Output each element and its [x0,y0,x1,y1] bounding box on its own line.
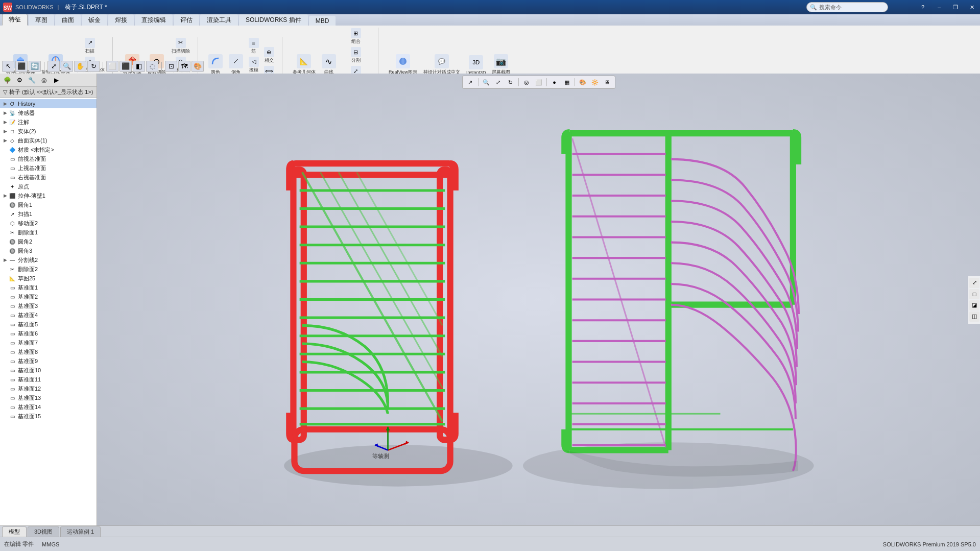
view3-btn[interactable]: ◫ [969,312,979,322]
tree-toggle-4[interactable]: ▶ [2,137,8,143]
rotate-btn[interactable]: ↻ [505,77,516,87]
tree-item-23[interactable]: ▭基准面4 [0,310,97,320]
tree-item-27[interactable]: ▭基准面8 [0,347,97,356]
select-mode-btn[interactable]: ◎ [521,77,532,87]
close-button[interactable]: ✕ [964,0,980,14]
tree-item-8[interactable]: ▭右视基准面 [0,173,97,182]
pan-tool[interactable]: ✋ [74,61,86,72]
feature-manager-icon[interactable]: 🌳 [2,75,12,85]
tree-item-17[interactable]: ▶—分割线2 [0,255,97,265]
combine-button[interactable]: ⊞组合 [340,28,372,45]
tree-item-19[interactable]: 📐草图25 [0,274,97,283]
tree-item-4[interactable]: ▶◇曲面实体(1) [0,136,97,145]
tree-item-32[interactable]: ▭基准面13 [0,393,97,402]
tab-surface[interactable]: 曲面 [55,14,81,26]
tree-item-33[interactable]: ▭基准面14 [0,402,97,412]
tab-render[interactable]: 渲染工具 [200,14,238,26]
tab-evaluate[interactable]: 评估 [174,14,199,26]
split-button[interactable]: ⊟分割 [340,46,372,64]
select-tool[interactable]: ⬛ [15,61,28,72]
tab-mbd[interactable]: MBD [309,16,336,26]
tree-toggle-1[interactable]: ▶ [2,110,8,116]
box-select-btn[interactable]: ⬜ [533,77,544,87]
rotate-tool[interactable]: 🔄 [29,61,41,72]
tree-item-21[interactable]: ▭基准面2 [0,292,97,301]
tree-item-3[interactable]: ▶□实体(2) [0,127,97,136]
3d-viewport[interactable]: 等轴测 ↗ 🔍 ⤢ ↻ ◎ ⬜ ● ▦ 🎨 🔆 🖥 [97,74,980,525]
view2-btn[interactable]: ◪ [969,300,979,310]
zoom-area[interactable]: 🔍 [61,61,73,72]
tree-item-10[interactable]: ▶⬛拉伸-薄壁1 [0,191,97,200]
expand-rt-btn[interactable]: ⤢ [969,278,979,288]
fit-btn[interactable]: ⤢ [493,77,504,87]
lighting-btn[interactable]: 🔆 [589,77,601,87]
tree-item-1[interactable]: ▶📡传感器 [0,108,97,117]
tree-item-13[interactable]: ⬡移动面2 [0,219,97,228]
sweep-cut-button[interactable]: ✂ 扫描切除 [170,37,192,55]
help-button[interactable]: ? [915,0,931,14]
appearance-btn[interactable]: 🎨 [577,77,588,87]
tree-item-31[interactable]: ▭基准面12 [0,384,97,393]
intersect-button[interactable]: ⊕相交 [262,46,276,64]
restore-button[interactable]: ❐ [947,0,964,14]
tree-item-20[interactable]: ▭基准面1 [0,283,97,292]
tree-item-30[interactable]: ▭基准面11 [0,375,97,384]
tree-item-12[interactable]: ↗扫描1 [0,209,97,219]
sweep-button[interactable]: ↗ 扫描 [74,37,106,55]
property-manager-icon[interactable]: ⚙ [14,75,25,85]
tree-item-25[interactable]: ▭基准面6 [0,329,97,338]
tab-plugins[interactable]: SOLIDWORKS 插件 [239,14,308,26]
camera-btn[interactable]: 🖥 [602,77,613,87]
pointer-tool[interactable]: ↖ [2,61,14,72]
tree-item-7[interactable]: ▭上视基准面 [0,163,97,173]
tree-item-15[interactable]: 🔘圆角2 [0,237,97,246]
expand-icon[interactable]: ▶ [51,75,61,85]
rib-button[interactable]: ≡筋 [247,37,260,55]
hidden-tool[interactable]: ◌ [146,61,158,72]
tab-direct[interactable]: 直接编辑 [135,14,173,26]
view1-btn[interactable]: □ [969,289,979,299]
tree-item-6[interactable]: ▭前视基准面 [0,154,97,163]
tree-item-14[interactable]: ✂删除面1 [0,228,97,237]
tab-sketch[interactable]: 草图 [29,14,54,26]
display-states-tool[interactable]: 🎨 [192,61,204,72]
tab-sheetmetal[interactable]: 钣金 [82,14,107,26]
tree-toggle-10[interactable]: ▶ [2,193,8,199]
instant3d-button[interactable]: 3D Instant3D [464,54,488,76]
zoom-btn[interactable]: 🔍 [481,77,492,87]
tree-item-34[interactable]: ▭基准面15 [0,412,97,421]
tab-weld[interactable]: 焊接 [108,14,134,26]
tree-toggle-0[interactable]: ▶ [2,101,8,107]
tree-item-16[interactable]: 🔘圆角3 [0,246,97,255]
view-orient-tool[interactable]: 🗺 [178,61,190,72]
display-mode-btn[interactable]: ▦ [561,77,572,87]
tree-item-29[interactable]: ▭基准面10 [0,366,97,375]
view-orient-btn[interactable]: ↗ [465,77,476,87]
tab-feature[interactable]: 特征 [2,14,28,26]
minimize-button[interactable]: – [931,0,947,14]
draft-button[interactable]: ◁拔模 [247,56,260,74]
shaded-edges-tool[interactable]: ◧ [133,61,145,72]
tree-item-5[interactable]: 🔷材质 <未指定> [0,145,97,154]
shaded-edge-btn[interactable]: ● [549,77,560,87]
tree-item-0[interactable]: ▶⏱History [0,99,97,108]
shaded-tool[interactable]: ⬛ [119,61,132,72]
section-view-tool[interactable]: ⊡ [165,61,177,72]
tree-item-11[interactable]: 🔘圆角1 [0,200,97,209]
tab-motion[interactable]: 运动算例 1 [60,526,101,537]
search-box[interactable]: 🔍 搜索命令 [806,2,888,12]
zoom-fit[interactable]: ⤢ [47,61,60,72]
wireframe-tool[interactable]: ⬜ [106,61,118,72]
config-manager-icon[interactable]: 🔧 [27,75,37,85]
tab-model[interactable]: 模型 [2,526,27,537]
dim-expert-icon[interactable]: ◎ [39,75,49,85]
tree-item-26[interactable]: ▭基准面7 [0,338,97,347]
tree-item-2[interactable]: ▶📝注解 [0,117,97,127]
tree-item-18[interactable]: ✂删除面2 [0,265,97,274]
tree-toggle-3[interactable]: ▶ [2,128,8,134]
tree-item-28[interactable]: ▭基准面9 [0,356,97,366]
tree-toggle-2[interactable]: ▶ [2,119,8,125]
tree-item-22[interactable]: ▭基准面3 [0,301,97,310]
tab-3dview[interactable]: 3D视图 [28,526,59,537]
tree-toggle-17[interactable]: ▶ [2,257,8,263]
